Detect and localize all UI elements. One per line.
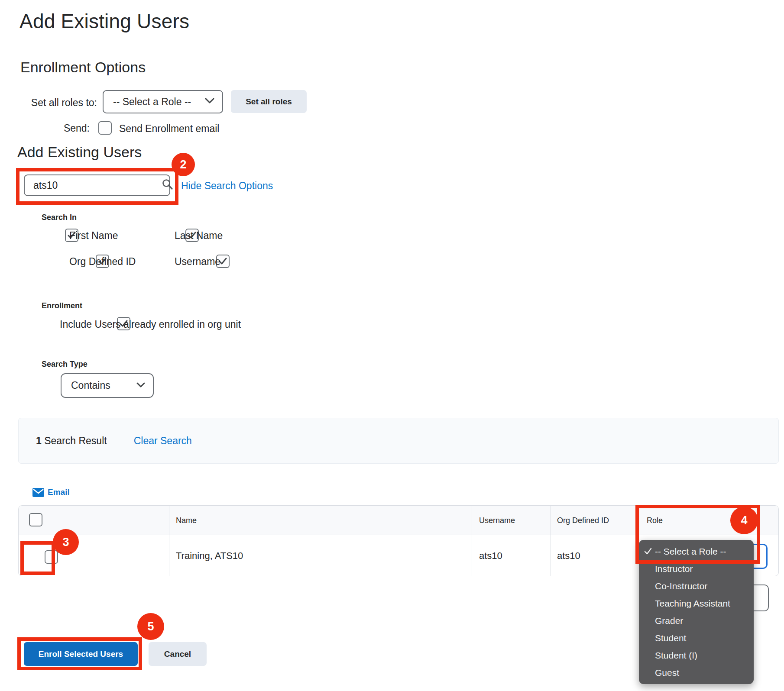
role-dropdown-menu: -- Select a Role -- Instructor Co-Instru… (639, 540, 754, 684)
search-result-count: 1 Search Result (36, 435, 107, 447)
send-enrollment-email-checkbox[interactable] (98, 121, 112, 135)
send-enrollment-email-label: Send Enrollment email (119, 123, 219, 135)
row-name-cell: Training, ATS10 (176, 535, 243, 577)
set-all-roles-select[interactable]: -- Select a Role -- (103, 90, 223, 113)
role-option-label: Co-Instructor (655, 581, 707, 591)
envelope-icon (32, 488, 44, 499)
role-option-label: Teaching Assistant (655, 598, 730, 609)
email-link[interactable]: Email (48, 488, 70, 497)
role-option-label: Instructor (655, 564, 693, 574)
search-icon[interactable] (162, 178, 174, 192)
role-option-label: Grader (655, 616, 683, 626)
table-header-role: Role (647, 506, 663, 535)
column-divider (472, 506, 472, 576)
cancel-button[interactable]: Cancel (149, 642, 207, 666)
chevron-down-icon (136, 382, 145, 390)
role-option-student[interactable]: Student (639, 630, 754, 647)
chevron-down-icon (205, 98, 214, 106)
annotation-badge-5: 5 (137, 613, 164, 640)
hide-search-options-link[interactable]: Hide Search Options (181, 180, 273, 192)
page: Add Existing Users Enrollment Options Se… (0, 0, 784, 691)
last-name-label: Last Name (175, 230, 223, 242)
checkmark-icon (644, 547, 652, 558)
set-all-roles-button[interactable]: Set all roles (231, 90, 307, 113)
send-label: Send: (18, 123, 90, 134)
row-select-checkbox[interactable] (45, 550, 58, 564)
enrollment-label: Enrollment (42, 301, 82, 310)
role-option-instructor[interactable]: Instructor (639, 560, 754, 578)
role-option-teaching-assistant[interactable]: Teaching Assistant (639, 595, 754, 612)
column-divider (169, 506, 169, 576)
column-divider (551, 506, 551, 576)
search-results-bar: 1 Search Result Clear Search (18, 418, 779, 464)
select-all-checkbox[interactable] (29, 513, 42, 526)
username-label: Username (175, 256, 220, 268)
search-in-label: Search In (42, 213, 77, 222)
role-option-select-a-role[interactable]: -- Select a Role -- (639, 543, 754, 560)
enrollment-options-heading: Enrollment Options (20, 59, 146, 76)
annotation-badge-2: 2 (172, 153, 195, 176)
org-defined-id-label: Org Defined ID (69, 256, 136, 268)
role-option-label: -- Select a Role -- (655, 546, 726, 557)
set-all-roles-label: Set all roles to: (18, 97, 97, 109)
role-option-label: Guest (655, 668, 679, 678)
table-header-name: Name (176, 506, 197, 535)
table-header-row (19, 506, 778, 535)
role-option-co-instructor[interactable]: Co-Instructor (639, 578, 754, 595)
first-name-label: First Name (69, 230, 118, 242)
role-option-guest[interactable]: Guest (639, 664, 754, 681)
row-username-cell: ats10 (479, 535, 502, 577)
clear-search-link[interactable]: Clear Search (134, 435, 192, 447)
page-title: Add Existing Users (19, 10, 189, 33)
user-search-input[interactable] (25, 175, 162, 195)
table-header-org-id: Org Defined ID (557, 506, 609, 535)
search-type-select[interactable]: Contains (61, 373, 154, 398)
set-all-roles-select-value: -- Select a Role -- (113, 96, 191, 108)
role-option-grader[interactable]: Grader (639, 612, 754, 630)
role-option-student-i[interactable]: Student (I) (639, 647, 754, 664)
search-result-count-text: Search Result (44, 435, 107, 446)
row-org-id-cell: ats10 (557, 535, 580, 577)
table-header-username: Username (479, 506, 515, 535)
role-option-label: Student (655, 633, 686, 643)
search-type-label: Search Type (42, 360, 87, 369)
enroll-selected-users-button[interactable]: Enroll Selected Users (24, 642, 138, 666)
user-search-box (24, 174, 170, 196)
search-result-count-number: 1 (36, 435, 42, 446)
add-existing-users-heading: Add Existing Users (17, 144, 142, 161)
search-type-select-value: Contains (71, 380, 110, 391)
include-enrolled-users-label: Include Users already enrolled in org un… (60, 319, 241, 330)
role-option-label: Student (I) (655, 650, 697, 661)
